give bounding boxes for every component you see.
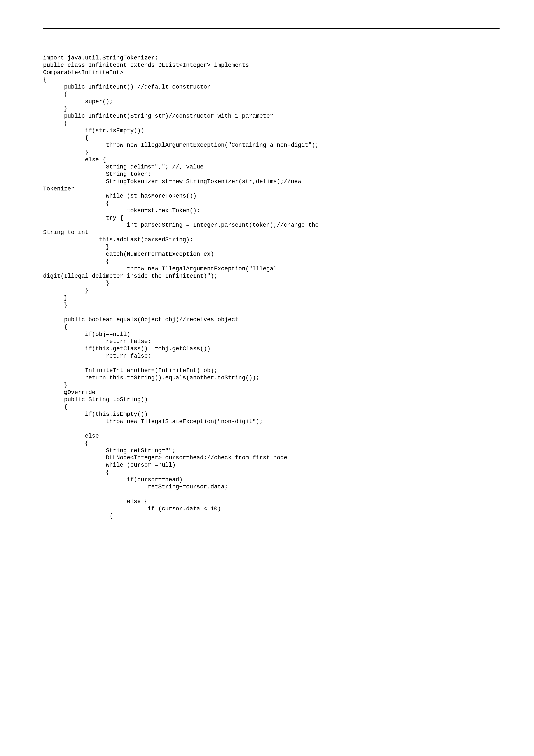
document-page: import java.util.StringTokenizer; public…: [0, 0, 534, 756]
code-block: import java.util.StringTokenizer; public…: [43, 55, 499, 520]
horizontal-rule: [43, 28, 499, 29]
